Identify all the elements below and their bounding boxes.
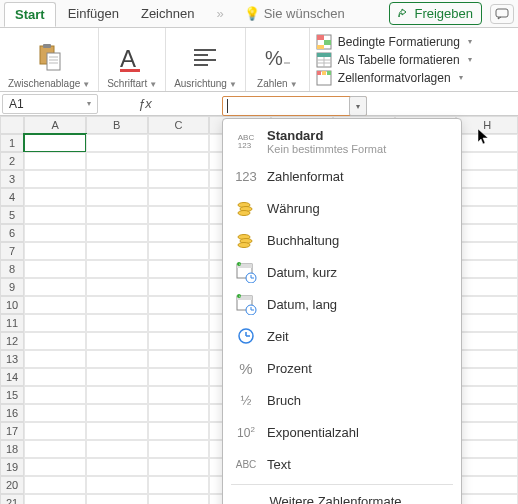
cell[interactable] [24,206,86,224]
number-format-search[interactable] [222,96,367,116]
cell[interactable] [456,278,518,296]
row-header[interactable]: 17 [0,422,24,440]
cell[interactable] [456,476,518,494]
cell[interactable] [24,224,86,242]
more-number-formats[interactable]: Weitere Zahlenformate… [223,489,461,504]
cell[interactable] [24,386,86,404]
cell[interactable] [456,404,518,422]
cell[interactable] [86,188,148,206]
format-option[interactable]: ½Bruch [223,384,461,416]
row-header[interactable]: 8 [0,260,24,278]
cell[interactable] [86,476,148,494]
cell[interactable] [86,224,148,242]
cell[interactable] [86,404,148,422]
cell[interactable] [148,368,210,386]
cell[interactable] [24,494,86,504]
cell[interactable] [148,332,210,350]
format-option[interactable]: Zeit [223,320,461,352]
cell[interactable] [148,458,210,476]
row-header[interactable]: 15 [0,386,24,404]
cell[interactable] [456,242,518,260]
tab-more-chevrons[interactable]: » [206,2,233,25]
name-box[interactable]: A1 ▾ [2,94,98,114]
row-header[interactable]: 18 [0,440,24,458]
cell[interactable] [24,314,86,332]
cell[interactable] [148,170,210,188]
cell[interactable] [86,368,148,386]
cell[interactable] [456,134,518,152]
cell[interactable] [24,296,86,314]
format-option[interactable]: 102Exponentialzahl [223,416,461,448]
cell[interactable] [456,368,518,386]
format-as-table[interactable]: Als Tabelle formatieren▾ [316,51,512,69]
cell[interactable] [24,242,86,260]
cell[interactable] [148,296,210,314]
cell[interactable] [148,152,210,170]
cell[interactable] [24,134,86,152]
share-button[interactable]: Freigeben [389,2,482,25]
format-option[interactable]: 123Zahlenformat [223,160,461,192]
cell[interactable] [86,350,148,368]
number-format-dropdown-button[interactable]: ▾ [349,96,367,116]
cell[interactable] [456,350,518,368]
cell[interactable] [86,314,148,332]
cell[interactable] [148,422,210,440]
row-header[interactable]: 11 [0,314,24,332]
cell[interactable] [148,404,210,422]
cell[interactable] [148,350,210,368]
column-header[interactable]: H [456,116,518,134]
cell[interactable] [24,188,86,206]
cell[interactable] [148,314,210,332]
cell[interactable] [148,224,210,242]
group-font[interactable]: A Schriftart▼ [99,28,166,91]
row-header[interactable]: 5 [0,206,24,224]
row-header[interactable]: 21 [0,494,24,504]
row-header[interactable]: 10 [0,296,24,314]
column-header[interactable]: C [148,116,210,134]
cell[interactable] [24,350,86,368]
cell[interactable] [24,332,86,350]
cell[interactable] [86,134,148,152]
cell[interactable] [86,152,148,170]
cell[interactable] [24,422,86,440]
tell-me[interactable]: 💡 Sie wünschen [236,6,353,21]
conditional-formatting[interactable]: Bedingte Formatierung▾ [316,33,512,51]
cell[interactable] [456,458,518,476]
cell[interactable] [456,440,518,458]
cell[interactable] [86,422,148,440]
cell[interactable] [86,440,148,458]
row-header[interactable]: 20 [0,476,24,494]
cell[interactable] [456,152,518,170]
row-header[interactable]: 12 [0,332,24,350]
format-option[interactable]: Währung [223,192,461,224]
cell[interactable] [86,494,148,504]
cell[interactable] [148,440,210,458]
comments-button[interactable] [490,4,514,24]
cell-styles[interactable]: Zellenformatvorlagen▾ [316,69,512,87]
row-header[interactable]: 2 [0,152,24,170]
format-option[interactable]: +Datum, lang [223,288,461,320]
fx-label[interactable]: ƒx [138,96,152,111]
cell[interactable] [148,476,210,494]
cell[interactable] [24,170,86,188]
cell[interactable] [456,296,518,314]
cell[interactable] [456,206,518,224]
cell[interactable] [24,404,86,422]
cell[interactable] [456,422,518,440]
cell[interactable] [86,386,148,404]
row-header[interactable]: 19 [0,458,24,476]
format-option[interactable]: %Prozent [223,352,461,384]
cell[interactable] [148,494,210,504]
cell[interactable] [148,278,210,296]
cell[interactable] [456,170,518,188]
cell[interactable] [86,458,148,476]
cell[interactable] [456,386,518,404]
row-header[interactable]: 4 [0,188,24,206]
column-header[interactable]: A [24,116,86,134]
tab-start[interactable]: Start [4,2,56,27]
cell[interactable] [456,188,518,206]
tab-draw[interactable]: Zeichnen [131,2,204,25]
cell[interactable] [24,440,86,458]
cell[interactable] [148,242,210,260]
format-option[interactable]: +Datum, kurz [223,256,461,288]
